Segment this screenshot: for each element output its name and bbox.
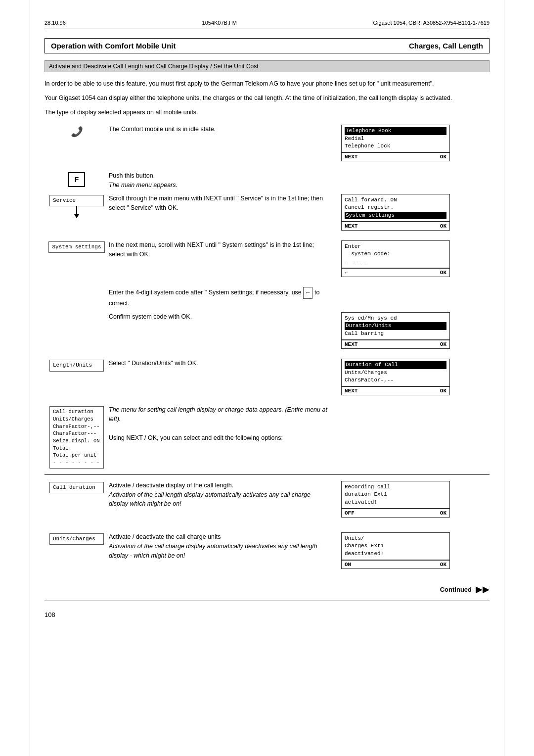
display-service: Call forward. ON Cancel registr. System … — [341, 194, 450, 222]
detail-units-charges: Units/Charges Activate / deactivate the … — [44, 532, 490, 575]
detail-uc-icon: Units/Charges — [44, 532, 109, 545]
display-line-0: Duration of Call — [345, 361, 446, 369]
step-service: Service Scroll through the main menu wit… — [44, 194, 490, 236]
display-idle: Telephone Book Redial Telephone lock — [341, 125, 450, 152]
header-date: 28.10.96 — [44, 20, 66, 26]
btn-ok: OK — [440, 341, 446, 347]
step-confirm-left: Confirm system code with OK. — [44, 312, 331, 322]
arrow-head-1 — [74, 214, 79, 218]
step-service-icon-col: Service — [44, 194, 109, 218]
call-duration-box: Call duration — [49, 482, 104, 493]
display-line-1: Cancel registr. — [345, 204, 446, 211]
step-sysset-left: System settings In the next menu, scroll… — [44, 240, 331, 259]
f-button-icon: F — [68, 172, 85, 187]
detail-cd-icon: Call duration — [44, 481, 109, 493]
display-line-0: Enter — [345, 243, 446, 250]
step-f-button: F Push this button. The main menu appear… — [44, 171, 490, 190]
sysset-menu-box: System settings — [48, 241, 104, 253]
display-line-0: Call forward. ON — [345, 196, 446, 204]
display-buttons-uc: ON OK — [341, 560, 450, 569]
units-charges-box: Units/Charges — [49, 533, 104, 545]
step-system-settings: System settings In the next menu, scroll… — [44, 240, 490, 283]
detail-cd-text: Activate / deactivate display of the cal… — [109, 481, 331, 509]
full-menu-box: Call duration Units/Charges CharsFactor-… — [49, 406, 104, 469]
continued-label: Continued — [440, 586, 472, 593]
btn-next: NEXT — [345, 154, 357, 160]
step-confirm-screen: Sys cd/Mn sys cd Duration/Units Call bar… — [341, 312, 450, 355]
page-number: 108 — [44, 611, 490, 618]
step-full-menu: Call duration Units/Charges CharsFactor-… — [44, 405, 490, 469]
step-service-text: Scroll through the main menu with lNEXT … — [109, 194, 331, 213]
step-f-left: F Push this button. The main menu appear… — [44, 171, 331, 190]
display-lu: Duration of Call Units/Charges CharsFact… — [341, 359, 450, 386]
display-sysset: Enter system code: - - - - — [341, 240, 450, 268]
step-lu-screen: Duration of Call Units/Charges CharsFact… — [341, 359, 450, 401]
step-f-icon-col: F — [44, 171, 109, 189]
step-fm-icon-col: Call duration Units/Charges CharsFactor-… — [44, 405, 109, 469]
display-buttons-idle: NEXT OK — [341, 152, 450, 161]
step-entercode-icon-col — [44, 287, 109, 288]
step-idle: 📞 The Comfort mobile unit is in idle sta… — [44, 125, 490, 167]
title-left: Operation with Comfort Mobile Unit — [51, 42, 176, 50]
subtitle-bar: Activate and Deactivate Call Length and … — [44, 60, 490, 72]
display-buttons-sysset: ← OK — [341, 268, 450, 277]
display-uc: Units/ Charges Ext1 deactivated! — [341, 532, 450, 560]
step-confirm-icon-col — [44, 312, 109, 313]
detail-uc-text: Activate / deactivate the call charge un… — [109, 532, 331, 560]
btn-back: ← — [345, 270, 348, 276]
display-confirm: Sys cd/Mn sys cd Duration/Units Call bar… — [341, 312, 450, 340]
btn-next: NEXT — [345, 388, 357, 394]
step-fm-left: Call duration Units/Charges CharsFactor-… — [44, 405, 331, 469]
display-line-0: Recording call — [345, 483, 446, 491]
fm-line-1: Units/Charges — [53, 416, 100, 423]
continued-section: Continued ▶▶ — [44, 584, 490, 595]
step-f-text: Push this button. The main menu appears. — [109, 171, 331, 190]
page-header: 28.10.96 1054K07B.FM Gigaset 1054, GBR: … — [44, 20, 490, 29]
step-confirm-code: Confirm system code with OK. Sys cd/Mn s… — [44, 312, 490, 355]
lu-menu-box: Length/Units — [49, 360, 104, 371]
step-fm-text: The menu for setting call length display… — [109, 405, 331, 442]
backspace-icon: ← — [303, 287, 312, 299]
btn-ok: OK — [440, 510, 446, 516]
subtitle-text: Activate and Deactivate Call Length and … — [49, 63, 259, 70]
arrow-line-1 — [76, 206, 77, 214]
display-line-0: Units/ — [345, 535, 446, 542]
display-line-1: Redial — [345, 135, 446, 142]
display-buttons-service: NEXT OK — [341, 222, 450, 231]
display-cd: Recording call duration Ext1 activated! — [341, 481, 450, 509]
fm-line-2: CharsFactor-,-- — [53, 423, 100, 430]
fm-line-6: Total per unit — [53, 452, 100, 459]
display-line-1: Units/Charges — [345, 369, 446, 377]
continued-icon: ▶▶ — [476, 584, 490, 595]
display-line-2: - - - - — [345, 258, 446, 266]
header-filename: 1054K07B.FM — [202, 20, 237, 26]
step-entercode-text: Enter the 4-digit system code after " Sy… — [109, 287, 331, 308]
display-buttons-lu: NEXT OK — [341, 386, 450, 395]
intro-paragraph-3: The type of display selected appears on … — [44, 108, 490, 117]
btn-off: OFF — [345, 510, 355, 516]
intro-paragraph-1: In order to be able to use this feature,… — [44, 79, 490, 89]
screen-idle: Telephone Book Redial Telephone lock NEX… — [341, 125, 450, 161]
display-buttons-cd: OFF OK — [341, 509, 450, 518]
fm-line-3: CharsFactor--- — [53, 430, 100, 437]
step-sysset-screen: Enter system code: - - - - ← OK — [341, 240, 450, 283]
step-service-screen: Call forward. ON Cancel registr. System … — [341, 194, 450, 236]
display-line-1: Charges Ext1 — [345, 542, 446, 550]
lu-connector: Length/Units — [49, 360, 104, 371]
screen-lu: Duration of Call Units/Charges CharsFact… — [341, 359, 450, 395]
bottom-separator — [44, 601, 490, 601]
sysset-connector: System settings — [48, 241, 104, 253]
phone-icon: 📞 — [71, 126, 83, 138]
btn-next: NEXT — [345, 341, 357, 347]
detail-uc-screen: Units/ Charges Ext1 deactivated! ON OK — [341, 532, 450, 575]
service-menu-box: Service — [49, 195, 104, 206]
btn-on: ON — [345, 562, 351, 567]
display-line-1: Duration/Units — [345, 322, 446, 330]
detail-cd-left: Call duration Activate / deactivate disp… — [44, 481, 331, 509]
display-line-2: CharsFactor-,-- — [345, 377, 446, 384]
step-lu-text: Select " Duration/Units" with OK. — [109, 359, 331, 368]
step-sysset-icon-col: System settings — [44, 240, 109, 253]
btn-ok: OK — [440, 223, 446, 229]
detail-cd-screen: Recording call duration Ext1 activated! … — [341, 481, 450, 523]
step-idle-text: The Comfort mobile unit is in idle state… — [109, 125, 331, 134]
